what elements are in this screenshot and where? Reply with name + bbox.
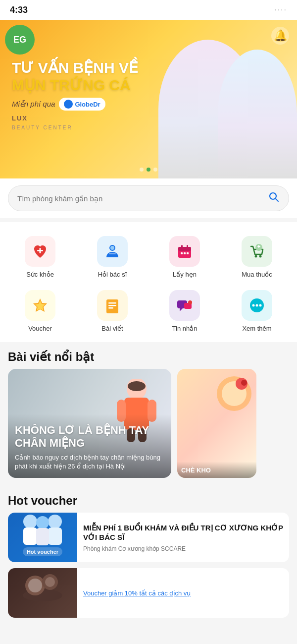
svg-marker-26: [180, 308, 183, 311]
menu-grid: Sức khỏe Hỏi bác sĩ: [4, 230, 293, 338]
voucher-title-2[interactable]: Voucher giảm 10% tất cả các dịch vụ: [83, 589, 283, 597]
voucher-item-2[interactable]: Voucher giảm 10% tất cả các dịch vụ: [8, 568, 289, 618]
bai-viet-label: Bài viết: [101, 325, 123, 332]
search-icon: [268, 191, 280, 203]
menu-item-bai-viet[interactable]: Bài viết: [76, 284, 148, 338]
appt-icon-wrap: [169, 236, 200, 267]
medicine-icon-wrap: [242, 236, 272, 267]
hero-banner: EG 🔔 TƯ VẤN BỆNH VỀ MỤN TRỨNG CÁ Miễn ph…: [0, 20, 297, 178]
globedr-icon: [64, 100, 73, 109]
svg-rect-3: [40, 248, 41, 253]
svg-rect-9: [181, 245, 183, 248]
voucher-doctors-svg: [15, 513, 70, 549]
mua-thuoc-label: Mua thuốc: [242, 271, 272, 278]
globedr-badge: GlobeDr: [59, 98, 105, 111]
voucher-doctors: [8, 513, 77, 547]
message-icon: [176, 296, 194, 314]
svg-rect-49: [36, 528, 49, 545]
svg-rect-23: [108, 305, 116, 306]
svg-rect-11: [181, 252, 183, 254]
lay-hen-label: Lấy hẹn: [173, 271, 197, 278]
svg-point-43: [241, 380, 247, 386]
svg-rect-8: [178, 247, 191, 251]
menu-item-suc-khoe[interactable]: Sức khỏe: [4, 230, 76, 284]
cart-icon: [248, 242, 266, 260]
svg-point-39: [128, 381, 146, 391]
svg-line-1: [276, 199, 279, 202]
voucher-2-img: [8, 568, 77, 603]
svg-rect-45: [23, 527, 37, 545]
menu-item-xem-them[interactable]: Xem thêm: [221, 284, 293, 338]
hot-voucher-section: Hot voucher Hot voucher: [0, 486, 297, 626]
svg-rect-47: [48, 527, 62, 545]
hero-title: TƯ VẤN BỆNH VỀ MỤN TRỨNG CÁ: [12, 59, 138, 94]
tin-nhan-label: Tin nhắn: [172, 325, 198, 332]
svg-rect-22: [108, 302, 116, 304]
status-time: 4:33: [10, 5, 28, 15]
search-input[interactable]: [17, 194, 263, 203]
article-icon-wrap: [97, 290, 128, 321]
svg-point-48: [36, 516, 49, 529]
svg-point-31: [256, 304, 258, 307]
menu-item-hoi-bac-si[interactable]: Hỏi bác sĩ: [76, 230, 148, 284]
featured-articles-title: Bài viết nổi bật: [0, 342, 297, 369]
svg-rect-12: [184, 252, 186, 254]
more-icon-wrap: [242, 290, 272, 321]
hero-content: TƯ VẤN BỆNH VỀ MỤN TRỨNG CÁ Miễn phí qua…: [12, 35, 138, 131]
svg-point-52: [28, 579, 42, 592]
message-icon-wrap: [169, 290, 200, 321]
hot-voucher-title: Hot voucher: [0, 486, 297, 513]
svg-rect-13: [187, 252, 189, 254]
menu-item-tin-nhan[interactable]: Tin nhắn: [148, 284, 221, 338]
menu-item-lay-hen[interactable]: Lấy hẹn: [148, 230, 221, 284]
voucher-2-svg: [18, 568, 67, 603]
health-icon: [31, 242, 49, 260]
carousel-dot-2[interactable]: [147, 168, 150, 172]
svg-point-32: [259, 304, 262, 307]
article-card-side[interactable]: CHÈ KHO: [177, 369, 256, 478]
hero-doctors: [139, 20, 297, 178]
svg-point-46: [48, 515, 62, 528]
carousel-dot-3[interactable]: [153, 168, 157, 172]
svg-point-14: [255, 255, 257, 258]
carousel-dots: [140, 168, 157, 172]
voucher-icon: [31, 296, 49, 314]
doctor-icon-wrap: [97, 236, 128, 267]
voucher-info-1: MIỄN PHÍ 1 BUỔI KHÁM VÀ ĐIỀU TRỊ CƠ XƯƠN…: [77, 513, 289, 562]
svg-point-5: [110, 246, 114, 250]
voucher-badge-1: Hot voucher: [23, 547, 62, 556]
svg-point-28: [188, 300, 192, 304]
search-bar: [8, 185, 289, 211]
voucher-item-1[interactable]: Hot voucher MIỄN PHÍ 1 BUỔI KHÁM VÀ ĐIỀU…: [8, 513, 289, 562]
voucher-label: Voucher: [28, 325, 52, 332]
voucher-info-2: Voucher giảm 10% tất cả các dịch vụ: [77, 568, 289, 618]
article-card-overlay: KHÔNG LƠ LÀ BỆNH TAY CHÂN MIỆNG Cảnh báo…: [8, 414, 171, 478]
article-big-text: KHÔNG LƠ LÀ BỆNH TAY CHÂN MIỆNG: [15, 424, 164, 450]
articles-row: KHÔNG LƠ LÀ BỆNH TAY CHÂN MIỆNG Cảnh báo…: [0, 369, 297, 486]
svg-rect-18: [258, 245, 259, 248]
more-icon: [248, 296, 266, 314]
voucher-thumb-2: [8, 568, 77, 618]
voucher-thumb-1: Hot voucher: [8, 513, 77, 562]
hero-brand: Miễn phí qua GlobeDr: [12, 98, 138, 111]
status-icons: ····: [274, 5, 287, 14]
svg-point-54: [45, 577, 55, 587]
svg-rect-10: [187, 245, 188, 248]
search-button[interactable]: [268, 191, 280, 206]
hoi-bac-si-label: Hỏi bác sĩ: [98, 271, 127, 278]
food-illustration: [214, 374, 254, 415]
xem-them-label: Xem thêm: [242, 325, 271, 332]
voucher-list: Hot voucher MIỄN PHÍ 1 BUỔI KHÁM VÀ ĐIỀU…: [0, 513, 297, 618]
brand-sub: LUX BEAUTY CENTER: [12, 114, 138, 131]
status-signal-dots: ····: [274, 5, 287, 14]
health-icon-wrap: [25, 236, 55, 267]
article-desc: Cảnh báo nguy cơ dịch bệnh tay chân miện…: [15, 453, 164, 471]
doctor-icon: [103, 242, 121, 260]
search-section: [0, 178, 297, 218]
voucher-icon-wrap: [25, 290, 55, 321]
svg-point-44: [23, 515, 37, 528]
menu-item-mua-thuoc[interactable]: Mua thuốc: [221, 230, 293, 284]
carousel-dot-1[interactable]: [140, 168, 144, 172]
article-card-main[interactable]: KHÔNG LƠ LÀ BỆNH TAY CHÂN MIỆNG Cảnh báo…: [8, 369, 171, 478]
menu-item-voucher[interactable]: Voucher: [4, 284, 76, 338]
